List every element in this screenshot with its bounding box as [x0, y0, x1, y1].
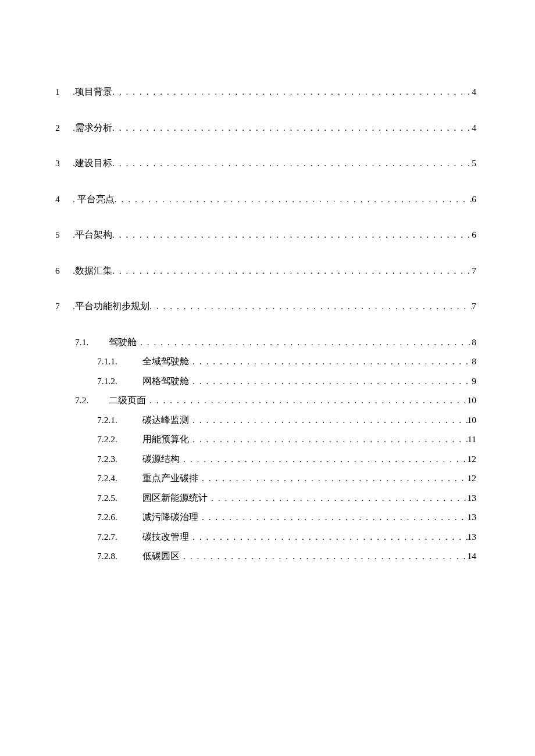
toc-title: 重点产业碳排: [142, 474, 202, 483]
toc-number: 7.2.7.: [97, 532, 142, 542]
toc-title: .平台功能初步规划: [73, 302, 149, 311]
spacer: [55, 132, 480, 159]
toc-page: 6: [472, 230, 476, 239]
spacer: [55, 203, 480, 230]
toc-entry: 7.2. 二级页面 10: [55, 396, 480, 405]
toc-leader: [112, 159, 472, 168]
toc-number: 7.1.2.: [97, 377, 142, 386]
spacer: [55, 463, 480, 474]
toc-entry: 7.2.5. 园区新能源统计 13: [55, 493, 480, 503]
toc-leader: [140, 338, 472, 347]
toc-title: 园区新能源统计: [142, 493, 211, 503]
toc-title: 二级页面: [109, 396, 149, 405]
toc-page: 10: [468, 415, 477, 425]
spacer: [55, 541, 480, 551]
toc-entry: 6 .数据汇集 7: [55, 266, 480, 275]
toc-title: . 平台亮点: [73, 195, 115, 204]
toc-title: 用能预算化: [142, 435, 192, 444]
toc-page: 14: [468, 551, 477, 561]
toc-leader: [112, 230, 472, 239]
toc-entry: 7.2.1. 碳达峰监测 10: [55, 415, 480, 425]
toc-number: 7.2.5.: [97, 493, 142, 503]
toc-leader: [192, 415, 468, 425]
toc-entry: 7.2.3. 碳源结构 12: [55, 454, 480, 464]
toc-leader: [183, 551, 468, 561]
toc-leader: [112, 123, 472, 132]
toc-number: 5: [55, 230, 73, 239]
toc-number: 3: [55, 159, 73, 168]
toc-entry: 4 . 平台亮点 6: [55, 195, 480, 204]
toc-title: .项目背景: [73, 87, 112, 96]
spacer: [55, 239, 480, 266]
toc-entry: 3 .建设目标 5: [55, 159, 480, 168]
toc-page: 13: [468, 493, 477, 503]
toc-page: 10: [468, 396, 477, 405]
toc-title: 减污降碳治理: [142, 513, 202, 522]
toc-title: 低碳园区: [142, 551, 183, 561]
spacer: [55, 385, 480, 396]
toc-number: 2: [55, 123, 73, 132]
toc-title: 碳达峰监测: [142, 415, 192, 425]
toc-entry: 7.2.8. 低碳园区 14: [55, 551, 480, 561]
toc-leader: [115, 195, 472, 204]
toc-leader: [202, 513, 468, 522]
toc-entry: 7 .平台功能初步规划 7: [55, 302, 480, 311]
toc-leader: [112, 266, 472, 275]
toc-leader: [192, 435, 468, 444]
toc-number: 7: [55, 302, 73, 311]
toc-entry: 2 .需求分析 4: [55, 123, 480, 132]
spacer: [55, 366, 480, 377]
toc-page: 13: [468, 513, 477, 522]
toc-title: 驾驶舱: [109, 338, 140, 347]
toc-page: 5: [472, 159, 476, 168]
toc-entry: 7.1. 驾驶舱 8: [55, 338, 480, 347]
spacer: [55, 444, 480, 454]
toc-leader: [192, 377, 472, 386]
toc-number: 4: [55, 195, 73, 204]
toc-entry: 7.2.6. 减污降碳治理 13: [55, 513, 480, 522]
toc-page: 12: [468, 474, 477, 483]
toc-title: .平台架构: [73, 230, 112, 239]
toc-title: 全域驾驶舱: [142, 357, 192, 366]
toc-number: 7.2.3.: [97, 454, 142, 464]
toc-number: 7.1.1.: [97, 357, 142, 366]
toc-number: 1: [55, 87, 73, 96]
toc-page: 7: [472, 302, 476, 311]
toc-page: 6: [472, 195, 476, 204]
spacer: [55, 502, 480, 513]
toc-page: 8: [472, 357, 476, 366]
spacer: [55, 405, 480, 415]
toc-number: 7.2.: [75, 396, 109, 405]
toc-leader: [183, 454, 468, 464]
toc-title: 碳技改管理: [142, 532, 192, 542]
toc-number: 7.2.1.: [97, 415, 142, 425]
toc-number: 7.2.8.: [97, 551, 142, 561]
toc-number: 7.2.4.: [97, 474, 142, 483]
toc-number: 7.2.6.: [97, 513, 142, 522]
toc-entry: 7.2.7. 碳技改管理 13: [55, 532, 480, 542]
toc-leader: [149, 396, 468, 405]
toc-entry: 7.2.4. 重点产业碳排 12: [55, 474, 480, 483]
toc-leader: [202, 474, 468, 483]
toc-entry: 1 .项目背景 4: [55, 87, 480, 96]
toc-page: 4: [472, 123, 476, 132]
toc-leader: [192, 532, 468, 542]
toc-page: 13: [468, 532, 477, 542]
toc-leader: [149, 302, 472, 311]
toc-page: 11: [468, 435, 476, 444]
spacer: [55, 346, 480, 357]
toc-title: 网格驾驶舱: [142, 377, 192, 386]
toc-title: 碳源结构: [142, 454, 183, 464]
toc-entry: 5 .平台架构 6: [55, 230, 480, 239]
toc-number: 7.1.: [75, 338, 109, 347]
toc-page: 9: [472, 377, 476, 386]
toc-page: 8: [472, 338, 476, 347]
toc-leader: [211, 493, 468, 503]
toc-entry: 7.1.1. 全域驾驶舱 8: [55, 357, 480, 366]
spacer: [55, 168, 480, 195]
toc-entry: 7.2.2. 用能预算化 11: [55, 435, 480, 444]
toc-leader: [192, 357, 472, 366]
toc-entry: 7.1.2. 网格驾驶舱 9: [55, 377, 480, 386]
spacer: [55, 424, 480, 435]
toc-page: 12: [468, 454, 477, 464]
